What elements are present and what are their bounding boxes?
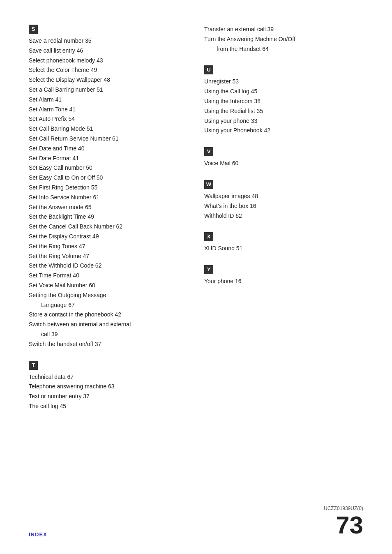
section-badge-y: Y (204, 265, 213, 274)
list-item: Set a Call Barring number 51 (29, 85, 188, 95)
section-badge-u: U (204, 65, 213, 74)
footer: INDEX UCZZ01939UZ(0) 73 (0, 506, 392, 538)
list-item: Set the Answer mode 65 (29, 203, 188, 212)
section-x-items: XHD Sound 51 (204, 244, 363, 254)
section-t-cont: Transfer an external call 39 Turn the An… (204, 25, 363, 54)
list-item: Using your Phonebook 42 (204, 126, 363, 136)
left-column: S Save a redial number 35 Save call list… (29, 25, 188, 423)
section-x: X XHD Sound 51 (204, 232, 363, 254)
section-u: U Unregister 53 Using the Call log 45 Us… (204, 65, 363, 136)
list-item: Text or number entry 37 (29, 392, 188, 402)
list-item: Set the Withhold ID Code 62 (29, 261, 188, 271)
list-item: Set Call Barring Mode 51 (29, 124, 188, 134)
section-badge-w: W (204, 180, 213, 189)
list-item: Set Auto Prefix 54 (29, 114, 188, 124)
list-item: Select the Color Theme 49 (29, 65, 188, 75)
list-item: Set Easy Call number 50 (29, 163, 188, 173)
section-u-items: Unregister 53 Using the Call log 45 Usin… (204, 77, 363, 136)
section-v-items: Voice Mail 60 (204, 159, 363, 169)
list-item: Set Alarm 41 (29, 95, 188, 105)
section-badge-v: V (204, 147, 213, 156)
list-item: Set the Backlight Time 49 (29, 212, 188, 222)
list-item: Set Call Return Service Number 61 (29, 134, 188, 144)
list-item: Setting the Outgoing Message (29, 291, 188, 300)
section-v: V Voice Mail 60 (204, 147, 363, 169)
list-item: call 39 (29, 330, 188, 339)
section-s: S Save a redial number 35 Save call list… (29, 25, 188, 349)
list-item: Transfer an external call 39 (204, 25, 363, 35)
list-item: Using the Redial list 35 (204, 106, 363, 116)
list-item: Unregister 53 (204, 77, 363, 87)
section-t-items: Technical data 67 Telephone answering ma… (29, 372, 188, 411)
content-columns: S Save a redial number 35 Save call list… (29, 25, 363, 423)
list-item: Switch between an internal and external (29, 320, 188, 330)
list-item: Telephone answering machine 63 (29, 382, 188, 392)
list-item: Set Voice Mail Number 60 (29, 281, 188, 291)
footer-product-code: UCZZ01939UZ(0) (324, 506, 363, 511)
list-item: Set Info Service Number 61 (29, 193, 188, 203)
section-y-items: Your phone 16 (204, 277, 363, 286)
list-item: Switch the handset on/off 37 (29, 339, 188, 349)
list-item: Using the Call log 45 (204, 87, 363, 97)
section-y: Y Your phone 16 (204, 265, 363, 286)
list-item: Language 67 (29, 300, 188, 310)
list-item: Set Date and Time 40 (29, 144, 188, 154)
section-t: T Technical data 67 Telephone answering … (29, 361, 188, 411)
list-item: Set Time Format 40 (29, 271, 188, 281)
list-item: Set the Display Contrast 49 (29, 232, 188, 242)
section-badge-s: S (29, 25, 38, 34)
footer-right: UCZZ01939UZ(0) 73 (324, 506, 363, 538)
list-item: Turn the Answering Machine On/Off (204, 35, 363, 44)
list-item: Set First Ring Detection 55 (29, 183, 188, 193)
list-item: Withhold ID 62 (204, 211, 363, 221)
section-s-items: Save a redial number 35 Save call list e… (29, 36, 188, 349)
list-item: XHD Sound 51 (204, 244, 363, 254)
list-item: Set the Cancel Call Back Number 62 (29, 222, 188, 232)
footer-page-number: 73 (336, 513, 363, 538)
list-item: Technical data 67 (29, 372, 188, 382)
right-column: Transfer an external call 39 Turn the An… (204, 25, 363, 423)
section-badge-x: X (204, 232, 213, 241)
list-item: Wallpaper images 48 (204, 192, 363, 201)
section-badge-t: T (29, 361, 38, 370)
list-item: Select phonebook melody 43 (29, 56, 188, 66)
list-item: Save call list entry 46 (29, 46, 188, 56)
list-item: Store a contact in the phonebook 42 (29, 310, 188, 320)
footer-index-label: INDEX (29, 531, 47, 538)
list-item: Voice Mail 60 (204, 159, 363, 169)
list-item: Using your phone 33 (204, 116, 363, 126)
list-item: The call log 45 (29, 402, 188, 411)
list-item: from the Handset 64 (204, 44, 363, 54)
page: S Save a redial number 35 Save call list… (0, 0, 392, 554)
section-w-items: Wallpaper images 48 What’s in the box 16… (204, 192, 363, 221)
list-item: Set the Ring Volume 47 (29, 252, 188, 261)
list-item: Set Date Format 41 (29, 154, 188, 164)
section-w: W Wallpaper images 48 What’s in the box … (204, 180, 363, 221)
list-item: Your phone 16 (204, 277, 363, 286)
list-item: Using the Intercom 38 (204, 97, 363, 106)
list-item: Save a redial number 35 (29, 36, 188, 46)
section-t-cont-items: Transfer an external call 39 Turn the An… (204, 25, 363, 54)
list-item: Set Easy Call to On or Off 50 (29, 173, 188, 183)
list-item: Select the Display Wallpaper 48 (29, 75, 188, 85)
list-item: Set Alarm Tone 41 (29, 105, 188, 115)
list-item: Set the Ring Tones 47 (29, 242, 188, 252)
list-item: What’s in the box 16 (204, 201, 363, 211)
